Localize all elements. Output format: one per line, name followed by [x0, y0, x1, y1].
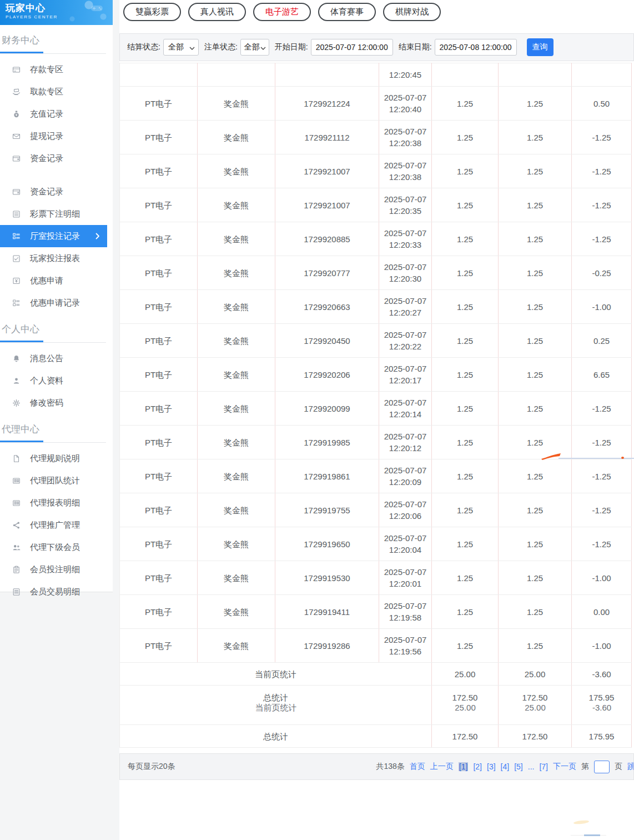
tab-game-category[interactable]: 体育赛事	[318, 3, 376, 21]
gear-icon	[12, 398, 21, 407]
tab-game-category[interactable]: 棋牌对战	[383, 3, 441, 21]
sidebar-item-label: 彩票下注明细	[30, 209, 80, 219]
cell-datetime: 2025-07-0712:20:38	[379, 154, 432, 188]
query-button[interactable]: 查询	[527, 38, 554, 56]
cell-bet-amount: 1.25	[432, 154, 499, 188]
end-date-label: 结束日期:	[399, 42, 432, 52]
sidebar-section: 代理中心代理规则说明代理团队统计代理报表明细代理推广管理代理下级会员会员投注明细…	[0, 423, 113, 603]
cell-bet-amount: 1.25	[432, 595, 499, 629]
sidebar-item[interactable]: 代理下级会员	[0, 536, 107, 558]
share-icon	[12, 521, 21, 529]
cell-bet-amount: 1.25	[432, 493, 499, 527]
page-link[interactable]: [4]	[501, 762, 510, 771]
tab-active-game-category[interactable]: 电子游艺	[253, 3, 311, 21]
sidebar-item[interactable]: 代理报表明细	[0, 492, 107, 514]
grand-summary-bet: 172.50	[432, 686, 499, 725]
sidebar-item[interactable]: 提现记录	[0, 125, 107, 147]
sidebar-item-label: 优惠申请记录	[30, 298, 80, 308]
table-row: PT电子奖金熊17299212242025-07-0712:20:401.251…	[120, 87, 632, 121]
sidebar-item-active[interactable]: 厅室投注记录	[0, 225, 107, 247]
cell-bet-amount: 1.25	[432, 87, 499, 121]
cell-datetime: 2025-07-0712:20:27	[379, 290, 432, 324]
sidebar-item[interactable]: 代理推广管理	[0, 514, 107, 536]
table-row: PT电子奖金熊17299207772025-07-0712:20:301.251…	[120, 256, 632, 290]
sidebar-item[interactable]: 优惠申请记录	[0, 292, 107, 314]
sidebar-item[interactable]: 代理团队统计	[0, 469, 107, 492]
page-link[interactable]: [5]	[514, 762, 523, 771]
cell-valid-bet: 1.25	[499, 324, 572, 358]
jump-suffix-label: 页	[615, 762, 622, 772]
cell-valid-bet: 1.25	[499, 561, 572, 595]
tab-game-category[interactable]: 真人视讯	[188, 3, 246, 21]
sidebar-item[interactable]: 会员投注明细	[0, 558, 107, 581]
cell-platform: PT电子	[120, 493, 198, 527]
sidebar-item-label: 个人资料	[30, 376, 63, 386]
cell-order-number: 1729921112	[275, 121, 379, 154]
cell-bet-amount: 1.25	[432, 561, 499, 595]
sidebar-item[interactable]: 个人资料	[0, 369, 107, 392]
sidebar-item[interactable]: 充值记录	[0, 103, 107, 125]
sidebar-item[interactable]: 彩票下注明细	[0, 203, 107, 225]
cell-game: 奖金熊	[198, 629, 275, 663]
sidebar-item[interactable]: 玩家投注报表	[0, 247, 107, 269]
cell-platform: PT电子	[120, 121, 198, 154]
first-page-link[interactable]: 首页	[410, 762, 425, 772]
cell-order-number: 1729919530	[275, 561, 379, 595]
cell-order-number: 1729920885	[275, 222, 379, 256]
promo-record-icon	[12, 298, 21, 307]
sidebar-item-label: 存款专区	[30, 64, 63, 75]
jump-button[interactable]: 跳转	[627, 762, 634, 772]
prev-page-link[interactable]: 上一页	[430, 762, 454, 772]
tab-game-category[interactable]: 雙贏彩票	[123, 3, 181, 21]
cell-valid-bet: 1.25	[499, 222, 572, 256]
sidebar-item[interactable]: 优惠申请	[0, 269, 107, 292]
sidebar-item[interactable]: 资金记录	[0, 147, 107, 169]
next-page-link[interactable]: 下一页	[553, 762, 576, 772]
news-icon	[12, 498, 21, 507]
page-link[interactable]: [7]	[539, 762, 548, 771]
cell-platform: PT电子	[120, 188, 198, 222]
cell-game: 奖金熊	[198, 256, 275, 290]
cell-order-number: 1729920450	[275, 324, 379, 358]
sidebar-item[interactable]: 取款专区	[0, 81, 107, 103]
sidebar-item-label: 取款专区	[30, 87, 63, 97]
cell-order-number: 1729919985	[275, 426, 379, 459]
cell-valid-bet: 1.25	[499, 358, 572, 392]
start-date-input[interactable]	[311, 39, 393, 56]
cell-platform: PT电子	[120, 459, 198, 493]
page-summary-profit: -3.60	[572, 663, 632, 686]
order-status-select[interactable]: 全部	[240, 39, 269, 56]
page-link[interactable]: [3]	[487, 762, 496, 771]
page-summary-row: 当前页统计 25.00 25.00 -3.60	[120, 663, 632, 686]
cell-profit: -1.25	[572, 459, 632, 493]
page-link[interactable]: [2]	[473, 762, 482, 771]
end-date-input[interactable]	[435, 39, 517, 56]
page-link-current[interactable]: [1]	[459, 762, 469, 771]
sidebar-item[interactable]: 会员交易明细	[0, 581, 107, 603]
grand-summary-label: 总统计	[120, 686, 432, 725]
funds-wallet-icon	[12, 187, 21, 196]
table-row: PT电子奖金熊17299195302025-07-0712:20:011.251…	[120, 561, 632, 595]
bell-icon	[12, 354, 21, 363]
cell-profit: -1.00	[572, 629, 632, 663]
cell-valid-bet: 1.25	[499, 87, 572, 121]
player-report-icon	[12, 254, 21, 263]
sidebar-item-label: 厅室投注记录	[30, 231, 80, 242]
chevron-down-icon	[189, 43, 195, 52]
jump-page-input[interactable]	[594, 761, 610, 773]
page-ellipsis: ...	[528, 762, 535, 771]
cell-game: 奖金熊	[198, 87, 275, 121]
sidebar-item-label: 代理报表明细	[30, 498, 80, 508]
sidebar-item[interactable]: 存款专区	[0, 58, 107, 81]
sidebar-item[interactable]: 资金记录	[0, 181, 107, 203]
settle-status-select[interactable]: 全部	[163, 39, 199, 56]
sidebar: 玩家中心 PLAYERS CENTER 财务中心存款专区取款专区充值记录提现记录…	[0, 0, 113, 592]
cell-order-number: 1729920663	[275, 290, 379, 324]
cell-profit: -1.25	[572, 527, 632, 561]
sidebar-item[interactable]: 消息公告	[0, 347, 107, 369]
cell-datetime: 2025-07-0712:20:06	[379, 493, 432, 527]
cell-platform: PT电子	[120, 358, 198, 392]
sidebar-item[interactable]: 代理规则说明	[0, 447, 107, 469]
sidebar-section-title: 财务中心	[2, 34, 113, 47]
sidebar-item[interactable]: 修改密码	[0, 392, 107, 414]
